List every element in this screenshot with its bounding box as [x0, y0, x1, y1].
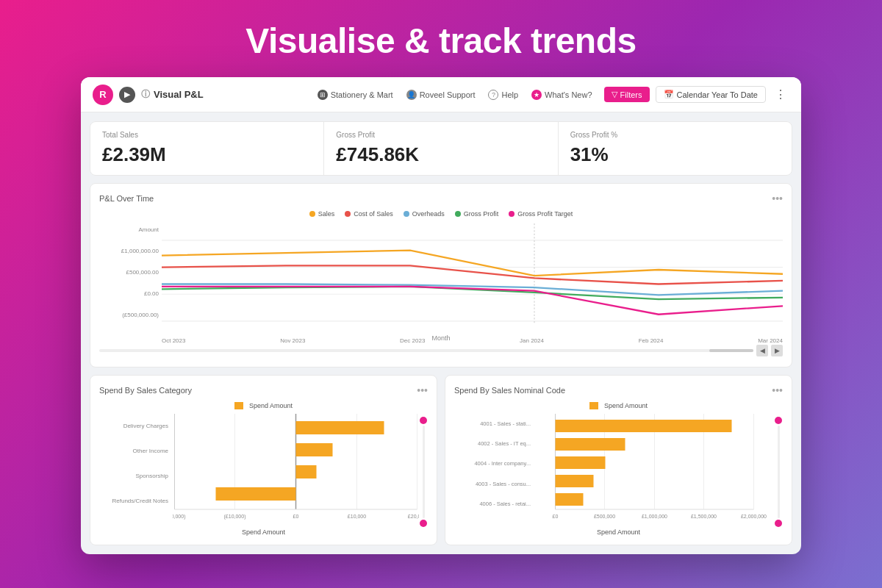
- category-x-axis: Spend Amount: [99, 528, 428, 536]
- bar-4001: [556, 420, 732, 432]
- legend-dot-oh: [404, 211, 409, 217]
- nominal-legend-dot: [589, 402, 598, 409]
- legend-cost-of-sales: Cost of Sales: [345, 210, 393, 218]
- bottom-charts: Spend By Sales Category ••• Spend Amount…: [90, 375, 792, 545]
- calendar-button[interactable]: 📅 Calendar Year To Date: [656, 86, 767, 103]
- legend-dot-sales: [309, 211, 315, 217]
- nom-y2: 4002 - Sales - IT eq...: [454, 440, 531, 447]
- x-label-oct: Oct 2023: [162, 337, 185, 344]
- line-chart-legend: Sales Cost of Sales Overheads Gross Prof…: [99, 210, 783, 218]
- kpi-value-gp: £745.86K: [336, 143, 545, 166]
- legend-dot-cos: [345, 211, 351, 217]
- svg-text:£1,000,000: £1,000,000: [642, 514, 667, 519]
- logo: R: [93, 85, 113, 105]
- bar-4004: [556, 456, 606, 469]
- kpi-total-sales: Total Sales £2.39M: [90, 122, 324, 175]
- category-chart-menu[interactable]: •••: [417, 384, 428, 396]
- bar-4002: [556, 438, 625, 451]
- line-chart-header: P&L Over Time •••: [99, 193, 783, 204]
- kpi-label-gp-pct: Gross Profit %: [570, 131, 780, 139]
- bar-other-income: [296, 443, 333, 456]
- svg-text:£0: £0: [553, 514, 559, 519]
- x-label-mar: Mar 2024: [758, 337, 783, 344]
- svg-text:£10,000: £10,000: [348, 514, 366, 519]
- nominal-x-axis: Spend Amount: [454, 528, 783, 536]
- page-title: ⓘ Visual P&L: [141, 88, 204, 101]
- nav-link-whats-new[interactable]: ★ What's New?: [531, 90, 592, 100]
- line-chart-title: P&L Over Time: [99, 194, 154, 203]
- nav-link-help[interactable]: ? Help: [488, 90, 518, 100]
- scrollbar-thumb[interactable]: [709, 349, 753, 352]
- nom-y1: 4001 - Sales - stati...: [454, 420, 531, 427]
- dashboard-container: R ▶ ⓘ Visual P&L ⊞ Stationery & Mart 👤 R…: [81, 77, 801, 554]
- nav-links: ⊞ Stationery & Mart 👤 Roveel Support ? H…: [318, 90, 592, 100]
- line-chart-menu[interactable]: •••: [772, 193, 783, 204]
- line-chart-scrollbar: ◀ ▶: [99, 342, 783, 358]
- line-chart-svg: [162, 223, 783, 333]
- scrollbar-track[interactable]: [99, 349, 753, 352]
- cat-scroll-bottom[interactable]: [420, 520, 427, 527]
- cat-y4: Refunds/Credit Notes: [99, 498, 168, 504]
- y-label-4: £0.00: [99, 290, 159, 297]
- kpi-label-sales: Total Sales: [102, 131, 312, 139]
- nav-link-support[interactable]: 👤 Roveel Support: [406, 90, 476, 100]
- x-label-jan: Jan 2024: [520, 337, 544, 344]
- user-icon: 👤: [406, 90, 417, 100]
- legend-gross-profit: Gross Profit: [455, 210, 499, 218]
- nav-link-stationery[interactable]: ⊞ Stationery & Mart: [318, 90, 393, 100]
- question-icon: ?: [488, 90, 498, 100]
- y-label-5: (£500,000.00): [99, 312, 159, 318]
- nom-scroll-top[interactable]: [775, 417, 782, 424]
- more-button[interactable]: ⋮: [772, 87, 789, 101]
- calendar-icon: 📅: [664, 90, 674, 99]
- svg-text:(£10,000): (£10,000): [224, 514, 246, 520]
- filter-button[interactable]: ▽ Filters: [604, 87, 650, 102]
- y-label-1: Amount: [99, 226, 159, 233]
- hero-title: Visualise & track trends: [245, 0, 636, 77]
- scroll-left-btn[interactable]: ◀: [756, 345, 768, 356]
- info-icon: ⓘ: [141, 88, 150, 101]
- svg-text:£0: £0: [293, 514, 299, 519]
- nav-arrow[interactable]: ▶: [119, 87, 135, 103]
- category-legend-dot: [234, 402, 243, 409]
- nominal-chart-menu[interactable]: •••: [772, 384, 783, 396]
- category-chart-title: Spend By Sales Category: [99, 386, 192, 395]
- top-nav: R ▶ ⓘ Visual P&L ⊞ Stationery & Mart 👤 R…: [81, 77, 801, 112]
- category-bar-chart: (£20,000) (£10,000) £0 £10,000 £20,000: [173, 414, 419, 524]
- bar-4006: [556, 493, 584, 506]
- nom-y4: 4003 - Sales - consu...: [454, 481, 531, 487]
- y-label-2: £1,000,000.00: [99, 248, 159, 254]
- nominal-chart-header: Spend By Sales Nominal Code •••: [454, 384, 783, 396]
- legend-dot-gp: [455, 211, 461, 217]
- cat-y3: Sponsorship: [99, 473, 168, 479]
- cat-scroll-top[interactable]: [420, 417, 427, 424]
- bar-4003: [556, 475, 594, 487]
- spend-by-category: Spend By Sales Category ••• Spend Amount…: [90, 375, 437, 545]
- kpi-gross-profit-pct: Gross Profit % 31%: [559, 122, 792, 175]
- kpi-label-gp: Gross Profit: [336, 131, 545, 139]
- kpi-value-gp-pct: 31%: [570, 143, 780, 166]
- nominal-bar-chart: £0 £500,000 £1,000,000 £1,500,000 £2,000…: [535, 414, 774, 524]
- nominal-legend: Spend Amount: [589, 402, 648, 409]
- svg-text:£20,000: £20,000: [408, 514, 419, 519]
- category-legend: Spend Amount: [234, 402, 293, 409]
- nom-y5: 4006 - Sales - retai...: [454, 501, 531, 507]
- nom-y3: 4004 - Inter company...: [454, 460, 531, 467]
- kpi-gross-profit: Gross Profit £745.86K: [324, 122, 558, 175]
- svg-text:(£20,000): (£20,000): [173, 514, 185, 520]
- legend-overheads: Overheads: [404, 210, 445, 218]
- filter-icon: ▽: [612, 90, 617, 99]
- nom-scroll-bottom[interactable]: [775, 520, 782, 527]
- category-chart-header: Spend By Sales Category •••: [99, 384, 428, 396]
- scroll-right-btn[interactable]: ▶: [771, 345, 783, 356]
- nav-actions: ▽ Filters 📅 Calendar Year To Date ⋮: [604, 86, 789, 103]
- bar-sponsorship: [296, 465, 317, 478]
- spend-by-nominal: Spend By Sales Nominal Code ••• Spend Am…: [445, 375, 792, 545]
- cat-y2: Other Income: [99, 448, 168, 454]
- y-label-3: £500,000.00: [99, 269, 159, 276]
- legend-gp-target: Gross Profit Target: [509, 210, 573, 218]
- bar-refunds: [216, 487, 296, 501]
- line-chart-section: P&L Over Time ••• Sales Cost of Sales Ov…: [90, 183, 792, 368]
- legend-dot-gpt: [509, 211, 514, 217]
- bar-delivery: [296, 421, 384, 434]
